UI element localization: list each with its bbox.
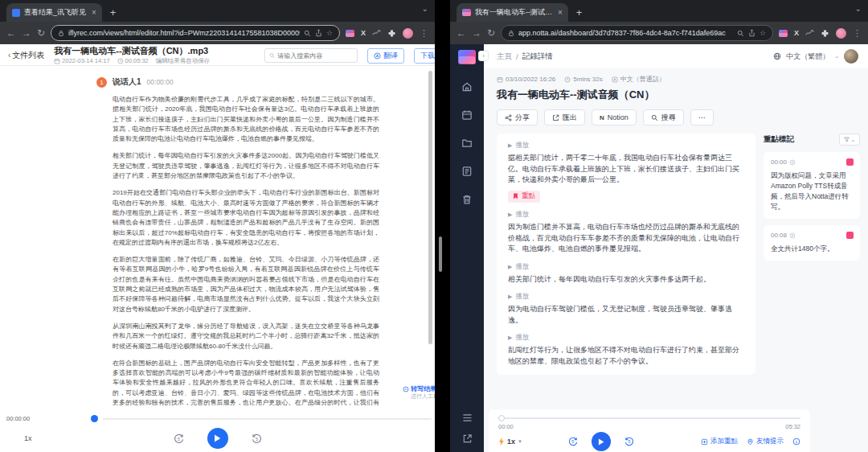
info-icon[interactable]: [792, 438, 800, 446]
chrome-menu-icon[interactable]: ⋮: [853, 28, 862, 39]
sidebar-notes-icon[interactable]: [461, 166, 473, 177]
playback-speed[interactable]: 1x: [24, 434, 32, 442]
highlight-time[interactable]: 00:08: [771, 232, 853, 239]
new-tab-button[interactable]: +: [576, 6, 583, 18]
section-text[interactable]: 据相关部门统计，两千零二十年底，我国电动自行车社会保有量两达三亿。电动自行车承载…: [508, 153, 744, 186]
speaker-name[interactable]: 说话人1: [113, 76, 141, 88]
sidebar-calendar-icon[interactable]: [461, 109, 473, 121]
back-icon[interactable]: ←: [6, 28, 16, 38]
section-text[interactable]: 相关部门统计，每年因电动自行车引发的火灾事件多达两千起。: [508, 274, 744, 286]
transcript-paragraph[interactable]: 电动自行车作为物美价廉的刚需代步工具，几乎成了家庭的标配，特别是二三线以下的城市…: [113, 95, 379, 144]
share-button[interactable]: 分享: [497, 109, 538, 125]
user-avatar[interactable]: [844, 49, 858, 64]
download-result-button[interactable]: 下载结果: [414, 48, 435, 64]
right-url-bar[interactable]: app.notta.ai/dashboard/3d7d7837-7f86-4dc…: [501, 25, 773, 41]
highlight-color-square[interactable]: [846, 232, 854, 239]
highlight-card[interactable]: 00:08 全文共计1480个字。: [764, 225, 860, 261]
translate-button[interactable]: 翻译: [367, 48, 404, 64]
bookmark-star-icon[interactable]: ☆: [760, 29, 766, 37]
player-timeline[interactable]: 00:00:00: [0, 409, 435, 422]
forward-5-icon[interactable]: 5: [624, 436, 635, 447]
play-section-label[interactable]: ▶播放: [508, 262, 744, 272]
profile-avatar-icon[interactable]: [403, 28, 413, 39]
scribble-extension-icon[interactable]: [372, 30, 381, 36]
new-tab-button[interactable]: +: [110, 6, 117, 18]
notta-extension-icon[interactable]: [346, 30, 354, 37]
x-extension-icon[interactable]: X: [361, 29, 366, 37]
notta-logo[interactable]: [458, 50, 476, 64]
reload-icon[interactable]: ↻: [487, 28, 495, 38]
close-tab-icon[interactable]: ×: [558, 8, 563, 17]
scribble-extension-icon[interactable]: [805, 30, 814, 36]
search-button[interactable]: 搜尋: [643, 109, 684, 125]
transcript-paragraph[interactable]: 相关部门统计，每年因电动自行车引发的火灾事件多达2000起。因为电动自行车驾驶门…: [113, 151, 379, 181]
section-text[interactable]: 因为电动自行车驾驶门槛低，又无登记制度，驾驶员违章驾驶、肇事逃逸。: [508, 304, 744, 326]
transcript-card[interactable]: ▶播放 据相关部门统计，两千零二十年底，我国电动自行车社会保有量两达三亿。电动自…: [497, 134, 755, 375]
sidebar-home-icon[interactable]: [461, 81, 473, 92]
export-button[interactable]: 匯出: [544, 109, 585, 125]
search-in-page-icon[interactable]: [737, 30, 744, 37]
sidebar-folder-icon[interactable]: [461, 138, 473, 149]
search-in-page-icon[interactable]: [304, 30, 311, 37]
window-chevron-icon[interactable]: ⌄: [422, 4, 428, 13]
sidebar-menu-icon[interactable]: [462, 413, 473, 422]
window-divider-handle[interactable]: [439, 236, 442, 272]
scrollbar-thumb[interactable]: [428, 71, 432, 344]
transcript-paragraph[interactable]: 在符合新国标的基础上，国产品牌的电动自行车向安全智能转型，产品更加多样性，也有了…: [113, 359, 379, 409]
sidebar-expand-icon[interactable]: ›: [478, 51, 489, 61]
filter-button[interactable]: ⌄: [839, 134, 860, 146]
rewind-5-icon[interactable]: 5: [567, 436, 579, 447]
forward-icon[interactable]: →: [22, 28, 31, 38]
share-icon[interactable]: [748, 29, 755, 37]
more-button[interactable]: ⋯: [690, 109, 714, 125]
x-extension-icon[interactable]: X: [794, 29, 799, 37]
left-browser-tab[interactable]: 查看结果_讯飞听见 ×: [6, 3, 102, 22]
play-button[interactable]: [207, 428, 228, 449]
breadcrumb-home[interactable]: 主頁: [497, 51, 512, 62]
player-track[interactable]: [103, 418, 432, 420]
profile-avatar-icon[interactable]: [836, 28, 846, 39]
bookmark-star-icon[interactable]: ☆: [326, 29, 333, 37]
player-slider[interactable]: [498, 415, 800, 421]
manual-transcription-promo[interactable]: 转写结果质量差 进行人工精转: [403, 385, 435, 401]
window-chevron-icon[interactable]: ⌄: [855, 4, 862, 13]
transcript-editor[interactable]: 1 说话人1 00:00:00 电动自行车作为物美价廉的刚需代步工具，几乎成了家…: [0, 67, 435, 409]
forward-5-icon[interactable]: 5: [251, 433, 263, 445]
share-icon[interactable]: [315, 29, 322, 37]
play-section-label[interactable]: ▶播放: [508, 374, 744, 375]
extensions-puzzle-icon[interactable]: [821, 29, 829, 38]
play-section-label[interactable]: ▶播放: [508, 333, 744, 343]
play-section-label[interactable]: ▶播放: [508, 292, 744, 302]
search-input[interactable]: [277, 52, 353, 60]
section-text[interactable]: 乱闯红灯等行为，让很多地区不得不对电动自行车进行了约束，甚至部分地区的禁摩、限电…: [508, 345, 744, 367]
notion-button[interactable]: N Notion: [592, 109, 637, 125]
extensions-puzzle-icon[interactable]: [387, 29, 396, 38]
add-highlight-button[interactable]: 添加重點: [701, 437, 738, 446]
highlight-color-square[interactable]: [846, 158, 854, 166]
back-to-file-list[interactable]: ‹文件列表: [8, 50, 44, 61]
play-section-label[interactable]: ▶播放: [508, 210, 744, 220]
player-seek-handle[interactable]: [498, 415, 505, 421]
chrome-menu-icon[interactable]: ⋮: [420, 28, 428, 39]
language-switcher[interactable]: 中文（繁體）: [786, 51, 829, 62]
close-tab-icon[interactable]: ×: [92, 8, 96, 17]
right-browser-tab[interactable]: 我有一辆电动车--测试音频（CN ×: [457, 3, 568, 22]
playback-speed-select[interactable]: 1x ▼: [498, 438, 567, 446]
section-text[interactable]: 因为制造门槛并不算高，电动自行车市场也经历过品牌的厮杀和无底线的价格战，百元电动…: [508, 222, 744, 255]
play-button[interactable]: [592, 432, 611, 451]
rewind-5-icon[interactable]: 5: [173, 433, 185, 445]
play-section-label[interactable]: ▶播放: [508, 141, 744, 150]
player-seek-handle[interactable]: [91, 415, 98, 422]
forward-icon[interactable]: →: [472, 28, 481, 38]
tip-button[interactable]: 友情提示: [747, 437, 784, 446]
transcript-paragraph[interactable]: 在新的巨大增量面前，除了传统厂商，如雅迪、台铃、艾玛、今日绿源、小刀等传统品牌，…: [113, 255, 379, 314]
sidebar-trash-icon[interactable]: [461, 194, 473, 205]
player-track[interactable]: [505, 417, 800, 419]
transcript-paragraph[interactable]: 2019开始在交通部门电动自行车头部企业的牵头下，电动自行车行业的新国标出台。新…: [113, 188, 379, 248]
highlight-badge[interactable]: 重點: [508, 191, 540, 203]
transcript-paragraph[interactable]: 从深圳南山南投其到了龙华，缘分历经了导航错误，误入高架，迷失在立交桥里等各种乌龙…: [113, 322, 379, 351]
search-box[interactable]: [264, 48, 358, 63]
reload-icon[interactable]: ↻: [37, 28, 45, 38]
highlight-time[interactable]: 00:00: [771, 158, 853, 166]
sidebar-export-icon[interactable]: [462, 434, 473, 444]
